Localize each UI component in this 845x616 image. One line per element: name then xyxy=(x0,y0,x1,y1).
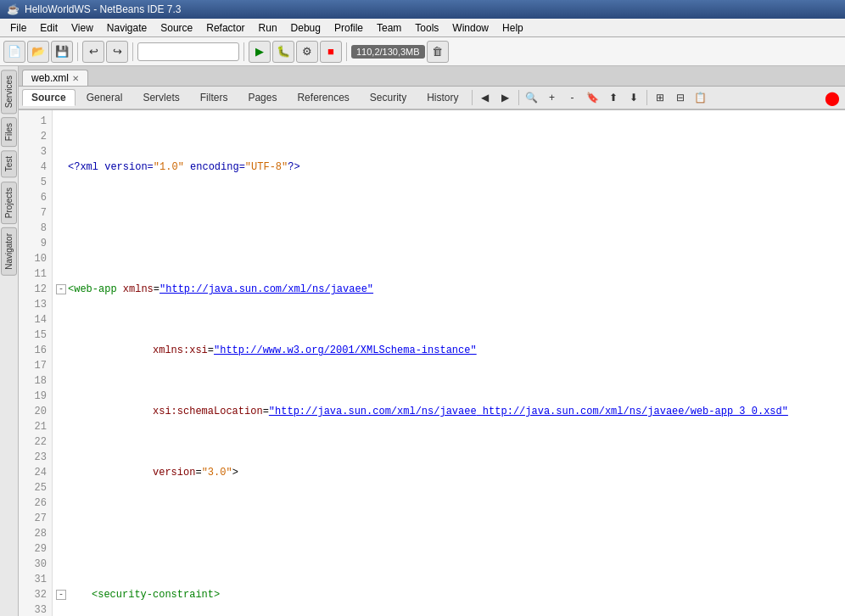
main-area: Services Files Test Projects Navigator w… xyxy=(0,66,845,616)
toolbar-separator-1 xyxy=(77,42,78,61)
sidebar-tab-navigator[interactable]: Navigator xyxy=(1,227,17,276)
title-bar: ☕ HelloWorldWS - NetBeans IDE 7.3 xyxy=(0,0,845,19)
menu-item-view[interactable]: View xyxy=(64,20,100,36)
tab-pages[interactable]: Pages xyxy=(238,89,286,106)
ed-back-button[interactable]: ◀ xyxy=(476,88,495,107)
ed-history-button[interactable]: 📋 xyxy=(691,88,710,107)
menu-bar: FileEditViewNavigateSourceRefactorRunDeb… xyxy=(0,19,845,37)
ln-20: 20 xyxy=(19,404,52,419)
ed-zoom-in-button[interactable]: + xyxy=(543,88,562,107)
app-icon: ☕ xyxy=(7,3,20,15)
ed-next-button[interactable]: ⬇ xyxy=(624,88,643,107)
ln-18: 18 xyxy=(19,373,52,389)
ln-11: 11 xyxy=(19,266,52,282)
memory-badge: 110,2/130,3MB xyxy=(351,45,425,59)
menu-item-debug[interactable]: Debug xyxy=(284,20,327,36)
menu-item-edit[interactable]: Edit xyxy=(33,20,64,36)
sidebar-tab-projects[interactable]: Projects xyxy=(1,182,17,224)
tab-security[interactable]: Security xyxy=(361,89,416,106)
menu-item-navigate[interactable]: Navigate xyxy=(100,20,154,36)
build-button[interactable]: ⚙ xyxy=(296,41,318,63)
tab-references[interactable]: References xyxy=(288,89,358,106)
ln-12: 12 xyxy=(19,282,52,297)
ln-10: 10 xyxy=(19,251,52,266)
ed-zoom-out-button[interactable]: - xyxy=(563,88,582,107)
code-line-8: - <security-constraint> xyxy=(53,587,845,602)
code-text-4: xmlns:xsi="http://www.w3.org/2001/XMLSch… xyxy=(153,343,477,358)
menu-item-run[interactable]: Run xyxy=(252,20,284,36)
file-tab-webxml-label: web.xml xyxy=(31,72,69,84)
menu-item-tools[interactable]: Tools xyxy=(408,20,445,36)
tab-servlets[interactable]: Servlets xyxy=(133,89,188,106)
ed-prev-button[interactable]: ⬆ xyxy=(604,88,623,107)
fold-icon-8[interactable]: - xyxy=(56,590,66,600)
sidebar-tab-test[interactable]: Test xyxy=(1,150,17,177)
ln-16: 16 xyxy=(19,343,52,358)
ed-search-button[interactable]: 🔍 xyxy=(523,88,541,107)
tab-history[interactable]: History xyxy=(417,89,467,106)
ln-31: 31 xyxy=(19,572,52,587)
ln-21: 21 xyxy=(19,419,52,434)
toolbar-separator-3 xyxy=(243,42,244,61)
ln-2: 2 xyxy=(19,129,52,144)
code-text-3: <web-app xmlns="http://java.sun.com/xml/… xyxy=(68,282,373,297)
code-line-7 xyxy=(53,526,845,541)
file-tab-webxml[interactable]: web.xml ✕ xyxy=(22,70,88,86)
run-button[interactable]: ▶ xyxy=(249,41,271,63)
menu-item-refactor[interactable]: Refactor xyxy=(199,20,251,36)
ln-27: 27 xyxy=(19,511,52,526)
menu-item-profile[interactable]: Profile xyxy=(327,20,370,36)
code-line-1: <?xml version="1.0" encoding="UTF-8"?> xyxy=(53,160,845,175)
sidebar-tab-services[interactable]: Services xyxy=(1,70,17,114)
save-button[interactable]: 💾 xyxy=(51,41,73,63)
menu-item-file[interactable]: File xyxy=(3,20,33,36)
sidebar-tab-files[interactable]: Files xyxy=(1,117,17,147)
menu-item-source[interactable]: Source xyxy=(154,20,199,36)
ln-19: 19 xyxy=(19,389,52,404)
ed-diff-button[interactable]: ⊟ xyxy=(671,88,690,107)
ln-14: 14 xyxy=(19,312,52,328)
ed-stop-button[interactable]: ⬤ xyxy=(823,88,842,107)
debug-button[interactable]: 🐛 xyxy=(272,41,294,63)
code-line-6: version="3.0"> xyxy=(53,465,845,480)
search-input[interactable] xyxy=(137,42,239,61)
code-content[interactable]: <?xml version="1.0" encoding="UTF-8"?> -… xyxy=(53,110,845,616)
open-file-button[interactable]: 📂 xyxy=(27,41,49,63)
code-text-8: <security-constraint> xyxy=(92,587,220,602)
code-text-5: xsi:schemaLocation="http://java.sun.com/… xyxy=(153,404,788,419)
toolbar: 📄 📂 💾 ↩ ↪ ▶ 🐛 ⚙ ■ 110,2/130,3MB 🗑 xyxy=(0,37,845,66)
ln-32: 32 xyxy=(19,587,52,602)
redo-button[interactable]: ↪ xyxy=(106,41,128,63)
ln-6: 6 xyxy=(19,190,52,205)
ln-26: 26 xyxy=(19,496,52,511)
ed-forward-button[interactable]: ▶ xyxy=(496,88,515,107)
tab-general[interactable]: General xyxy=(77,89,132,106)
tab-filters[interactable]: Filters xyxy=(191,89,238,106)
ed-bookmark-button[interactable]: 🔖 xyxy=(584,88,602,107)
window-title: HelloWorldWS - NetBeans IDE 7.3 xyxy=(25,3,182,15)
ln-8: 8 xyxy=(19,221,52,236)
tab-source[interactable]: Source xyxy=(22,89,76,106)
code-line-5: xsi:schemaLocation="http://java.sun.com/… xyxy=(53,404,845,419)
editor-area: web.xml ✕ Source General Servlets Filter… xyxy=(19,66,845,616)
ln-7: 7 xyxy=(19,205,52,221)
ln-28: 28 xyxy=(19,526,52,541)
stop-button[interactable]: ■ xyxy=(320,41,342,63)
fold-icon-3[interactable]: - xyxy=(56,284,66,294)
ln-15: 15 xyxy=(19,328,52,343)
new-file-button[interactable]: 📄 xyxy=(3,41,25,63)
ed-toggle-button[interactable]: ⊞ xyxy=(651,88,669,107)
file-tab-webxml-close[interactable]: ✕ xyxy=(72,74,79,83)
menu-item-team[interactable]: Team xyxy=(370,20,408,36)
toolbar-separator-4 xyxy=(346,42,347,61)
ln-9: 9 xyxy=(19,236,52,251)
menu-item-window[interactable]: Window xyxy=(445,20,495,36)
code-editor[interactable]: 1 2 3 4 5 6 7 8 9 10 11 12 13 14 15 16 1… xyxy=(19,110,845,616)
menu-item-help[interactable]: Help xyxy=(495,20,530,36)
ln-22: 22 xyxy=(19,434,52,450)
gc-button[interactable]: 🗑 xyxy=(427,41,449,63)
ln-3: 3 xyxy=(19,144,52,160)
undo-button[interactable]: ↩ xyxy=(82,41,104,63)
ln-25: 25 xyxy=(19,480,52,496)
editor-toolbar-sep-2 xyxy=(518,90,519,105)
